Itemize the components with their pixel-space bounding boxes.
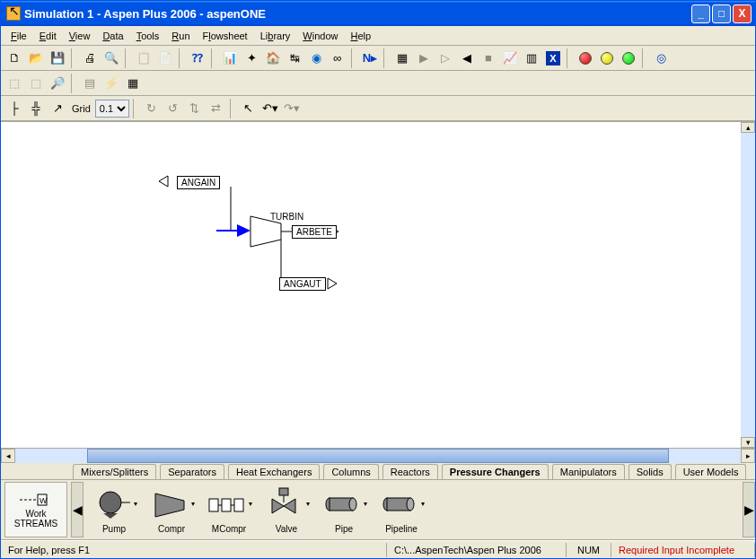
run-tool-1[interactable]: 📈 bbox=[500, 48, 520, 68]
pointer-tool[interactable]: ↖ bbox=[239, 99, 259, 118]
tool-3[interactable]: 🏠 bbox=[263, 48, 283, 68]
minimize-button[interactable]: _ bbox=[691, 4, 710, 23]
close-button[interactable]: X bbox=[733, 4, 752, 23]
palette-pipeline[interactable]: ▾ Pipeline bbox=[378, 486, 425, 534]
menu-library[interactable]: Library bbox=[254, 29, 297, 43]
scroll-down-button[interactable]: ▾ bbox=[741, 437, 755, 448]
sec-3[interactable]: 🔎 bbox=[48, 74, 67, 93]
menu-tools[interactable]: Tools bbox=[130, 29, 166, 43]
rot-3[interactable]: ⇅ bbox=[185, 99, 205, 118]
copy-button[interactable]: 📋 bbox=[134, 48, 154, 68]
pointer-icon[interactable]: ↖ bbox=[9, 4, 20, 18]
x-indicator[interactable]: X bbox=[543, 48, 563, 68]
play-button[interactable]: ▶ bbox=[414, 48, 434, 68]
menu-view[interactable]: View bbox=[63, 29, 97, 43]
sec-1[interactable]: ⬚ bbox=[4, 74, 24, 93]
window-title: Simulation 1 - Aspen Plus 2006 - aspenON… bbox=[24, 7, 691, 21]
scroll-right-button[interactable]: ▸ bbox=[741, 449, 755, 463]
rot-2[interactable]: ↺ bbox=[163, 99, 183, 118]
grid-select[interactable]: 0.1 bbox=[95, 100, 129, 118]
tab-separators[interactable]: Separators bbox=[160, 464, 224, 479]
statusbar: For Help, press F1 C:\...AspenTech\Aspen… bbox=[1, 540, 755, 558]
palette-pipe[interactable]: ▾ Pipe bbox=[321, 486, 367, 534]
paste-button[interactable]: 📄 bbox=[155, 48, 175, 68]
horizontal-scrollbar[interactable]: ◂ ▸ bbox=[1, 449, 755, 463]
svg-marker-9 bbox=[328, 278, 337, 289]
tool-last[interactable]: ◎ bbox=[651, 48, 671, 68]
stream-angaut[interactable]: ANGAUT bbox=[279, 277, 326, 291]
menu-window[interactable]: Window bbox=[296, 29, 344, 43]
stream-arbete[interactable]: ARBETE bbox=[292, 225, 337, 239]
palette-pump[interactable]: ▾ Pump bbox=[91, 486, 137, 534]
svg-marker-3 bbox=[237, 224, 251, 237]
scroll-left-button[interactable]: ◂ bbox=[1, 449, 15, 463]
palette-mcompr[interactable]: ▾ MCompr bbox=[206, 486, 252, 534]
tab-pressure-changers[interactable]: Pressure Changers bbox=[442, 464, 549, 479]
sec-4[interactable]: ▤ bbox=[80, 74, 100, 93]
palette-nav-right[interactable]: ▶ bbox=[743, 482, 755, 537]
sec-2[interactable]: ⬚ bbox=[26, 74, 46, 93]
svg-rect-22 bbox=[279, 488, 288, 495]
undo-button[interactable]: ↶▾ bbox=[260, 99, 280, 118]
status-num: NUM bbox=[567, 543, 611, 557]
svg-rect-18 bbox=[222, 499, 231, 511]
titlebar: Simulation 1 - Aspen Plus 2006 - aspenON… bbox=[1, 1, 755, 26]
tab-reactors[interactable]: Reactors bbox=[382, 464, 438, 479]
tab-solids[interactable]: Solids bbox=[629, 464, 672, 479]
menu-help[interactable]: Help bbox=[344, 29, 377, 43]
block-turbin-label: TURBIN bbox=[270, 212, 303, 222]
print-preview-button[interactable]: 🔍 bbox=[101, 48, 121, 68]
sec-5[interactable]: ⚡ bbox=[101, 74, 121, 93]
rewind-button[interactable]: ◀ bbox=[457, 48, 477, 68]
flowsheet-svg bbox=[1, 122, 737, 445]
sec-6[interactable]: ▦ bbox=[123, 74, 143, 93]
save-button[interactable]: 💾 bbox=[48, 48, 67, 68]
streams-selector[interactable]: W Work STREAMS bbox=[4, 482, 67, 537]
vertical-scrollbar[interactable]: ▴ ▾ bbox=[741, 122, 755, 448]
palette-compr[interactable]: ▾ Compr bbox=[148, 486, 195, 534]
step-button[interactable]: ▷ bbox=[435, 48, 455, 68]
scroll-thumb[interactable] bbox=[87, 449, 669, 463]
svg-marker-25 bbox=[284, 499, 295, 513]
tool-6[interactable]: ∞ bbox=[328, 48, 347, 68]
menu-run[interactable]: Run bbox=[165, 29, 196, 43]
fs-tool-1[interactable]: ├ bbox=[4, 99, 24, 118]
tab-heat-exchangers[interactable]: Heat Exchangers bbox=[228, 464, 320, 479]
fs-tool-3[interactable]: ↗ bbox=[48, 99, 67, 118]
menu-flowsheet[interactable]: Flowsheet bbox=[197, 29, 254, 43]
palette-nav-left[interactable]: ◀ bbox=[71, 482, 84, 537]
new-button[interactable]: 🗋 bbox=[4, 48, 24, 68]
tab-manipulators[interactable]: Manipulators bbox=[552, 464, 625, 479]
palette-valve[interactable]: ▾ Valve bbox=[263, 486, 310, 534]
rot-1[interactable]: ↻ bbox=[142, 99, 162, 118]
streams-label-bottom: STREAMS bbox=[14, 519, 57, 528]
next-button[interactable]: N▸ bbox=[360, 48, 380, 68]
scroll-up-button[interactable]: ▴ bbox=[741, 122, 755, 133]
help-button[interactable]: ⁇ bbox=[188, 48, 207, 68]
tab-user-models[interactable]: User Models bbox=[675, 464, 747, 479]
tab-mixers-splitters[interactable]: Mixers/Splitters bbox=[73, 464, 156, 479]
toolbar-secondary: ⬚ ⬚ 🔎 ▤ ⚡ ▦ bbox=[1, 71, 755, 96]
rot-4[interactable]: ⇄ bbox=[207, 99, 226, 118]
menu-edit[interactable]: Edit bbox=[33, 29, 63, 43]
menu-file[interactable]: File bbox=[4, 29, 33, 43]
stream-angain[interactable]: ANGAIN bbox=[177, 176, 220, 189]
redo-button[interactable]: ↷▾ bbox=[282, 99, 302, 118]
stop-button[interactable]: ■ bbox=[479, 48, 498, 68]
run-tool-2[interactable]: ▥ bbox=[522, 48, 541, 68]
print-button[interactable]: 🖨 bbox=[80, 48, 100, 68]
tab-columns[interactable]: Columns bbox=[323, 464, 378, 479]
svg-marker-14 bbox=[103, 513, 118, 519]
tool-1[interactable]: 📊 bbox=[220, 48, 240, 68]
flowsheet-canvas[interactable]: ▴ ▾ ANGAIN TURBIN ARBETE ANGAUT bbox=[1, 121, 755, 449]
run-control-1[interactable]: ▦ bbox=[392, 48, 412, 68]
tool-5[interactable]: ◉ bbox=[306, 48, 326, 68]
open-button[interactable]: 📂 bbox=[26, 48, 46, 68]
svg-marker-24 bbox=[272, 499, 284, 513]
tool-4[interactable]: ↹ bbox=[285, 48, 304, 68]
maximize-button[interactable]: □ bbox=[712, 4, 731, 23]
menu-data[interactable]: Data bbox=[96, 29, 129, 43]
svg-point-31 bbox=[407, 498, 414, 511]
fs-tool-2[interactable]: ╬ bbox=[26, 99, 46, 118]
tool-2[interactable]: ✦ bbox=[242, 48, 261, 68]
